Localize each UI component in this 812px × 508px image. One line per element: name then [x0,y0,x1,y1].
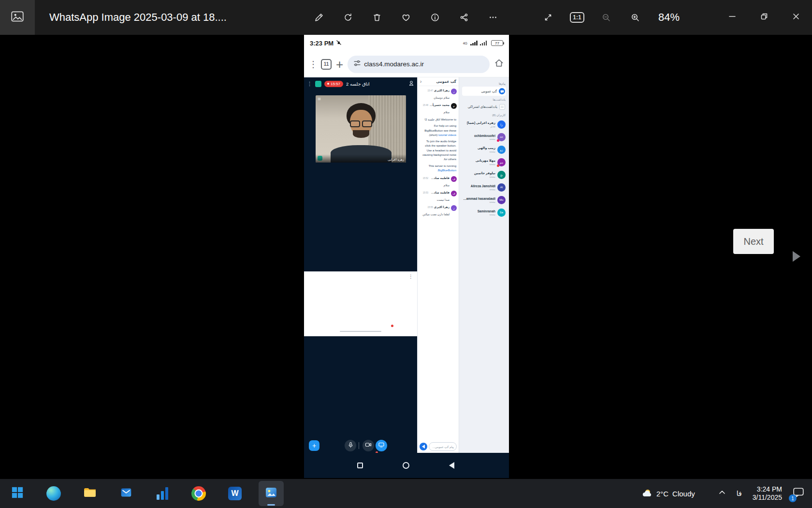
chat-message-area[interactable]: ز زهرا اکبری15:47 سلام دوستان م [418,86,459,440]
send-icon [422,445,425,448]
user-list-item[interactable]: Mo Mohammad hasanabadi بیننده [462,194,506,206]
meeting-options-icon[interactable]: ⋮ [307,81,312,87]
chrome-taskbar-icon[interactable] [186,481,211,506]
new-tab-button[interactable]: + [336,58,343,71]
user-list-item[interactable]: زو زینب والهی بیننده [462,143,506,156]
delete-button[interactable] [368,9,386,26]
home-button[interactable] [403,462,409,469]
user-list-item[interactable]: oc ochbmkvuofei بیننده [462,131,506,143]
taskbar-tray: 2°C Cloudy فا 3:24 PM 3/11/2025 1 [641,485,812,502]
photos-taskbar-icon[interactable] [259,481,284,506]
user-name: Alireza Jamshidi [471,184,495,188]
notification-center-button[interactable]: 1 [793,487,804,500]
user-list-item[interactable]: مم مهلا مهربانی بیننده [462,156,506,168]
edge-taskbar-icon[interactable] [41,481,66,506]
public-chat-item[interactable]: گپ عمومی [462,87,506,96]
edit-icon [314,13,324,22]
photos-icon [264,486,278,501]
more-button[interactable] [484,9,502,26]
webcam-video[interactable]: ⊞ زهره اعرابی [316,95,406,163]
talking-indicator-icon [408,79,414,88]
word-icon: W [228,487,242,500]
bar-chart-icon [157,487,168,500]
user-name: زهره اعرابی (شما) [467,121,495,125]
language-indicator[interactable]: فا [737,490,742,497]
windows-logo-icon [11,486,24,501]
favorite-button[interactable] [397,9,415,26]
image-title: WhatsApp Image 2025-03-09 at 18.... [49,0,227,35]
widgets-button[interactable]: 2°C Cloudy [641,487,695,500]
user-list-item[interactable]: نح نیلوفر حاتمین بیننده [462,168,506,181]
user-list-item[interactable]: Al Alireza Jamshidi بیننده [462,181,506,194]
chevron-left-icon[interactable]: ‹ [420,79,421,84]
start-button[interactable] [5,481,30,506]
welcome-audio-text: To join the audio bridge click the speak… [420,139,456,162]
outlook-taskbar-icon[interactable] [114,481,139,506]
close-button[interactable] [780,0,812,35]
message-text: سلام [444,111,450,114]
browser-menu-icon[interactable]: ⋮ [309,59,317,70]
zoom-out-button[interactable] [597,9,615,26]
user-role: بیننده [478,213,495,216]
message-author: فاطمه صادقی [429,176,450,179]
fullscreen-button[interactable] [539,9,557,26]
zoom-level: 84% [658,11,680,24]
rotate-icon [343,13,353,22]
tab-switcher[interactable]: 11 [321,59,332,70]
minimize-button[interactable] [716,0,748,35]
bbb-meeting: ⋮ 15:57 اتاق جلسه 2 [304,77,509,453]
user-avatar: زو [497,146,506,154]
recording-badge[interactable]: 15:57 [324,81,343,87]
bigbluebutton-link[interactable]: BigBlueButton. [437,169,456,172]
meeting-topbar: ⋮ 15:57 اتاق جلسه 2 [304,77,417,90]
photos-titlebar: WhatsApp Image 2025-03-09 at 18.... 1:1 … [0,0,812,35]
send-message-button[interactable] [420,443,427,450]
message-author: زهرا اکبری [434,205,450,209]
message-author: محمد حسن‌آبادی [429,103,450,106]
home-icon[interactable] [494,58,504,70]
person-beard [353,130,369,138]
file-explorer-taskbar-icon[interactable] [77,481,102,506]
browser-toolbar: ⋮ 11 + class4.modares.ac.ir [304,51,509,77]
photos-app-tile[interactable] [0,0,35,35]
tray-date: 3/11/2025 [753,493,782,502]
user-status-badge [497,164,499,167]
recents-button[interactable] [357,463,363,468]
tune-icon [353,60,361,69]
back-button[interactable] [449,462,454,469]
restore-button[interactable] [748,0,780,35]
minimize-icon [727,12,737,23]
user-role: مدیر [467,125,495,128]
photo-canvas: 3:23 PM 4G 77 ⋮ 11 + class4.modares.ac.i… [0,35,812,479]
screenshare-button[interactable] [376,440,387,451]
meeting-controls: + [304,439,417,454]
tray-chevron-button[interactable] [718,489,726,498]
next-tooltip[interactable]: Next [733,229,774,254]
actions-button[interactable]: + [309,440,319,451]
edit-button[interactable] [310,9,328,26]
share-button[interactable] [455,9,473,26]
chart-app-taskbar-icon[interactable] [150,481,175,506]
webcam-grid-icon: ⊞ [318,97,321,101]
user-list-item[interactable]: Sa Saminranah بیننده [462,206,506,219]
address-bar[interactable]: class4.modares.ac.ir [348,56,490,73]
chat-input[interactable]: پیام گپ عمومی... [429,442,457,451]
info-button[interactable] [426,9,444,26]
word-taskbar-icon[interactable]: W [222,481,247,506]
photos-toolbar [310,0,502,35]
zoom-in-button[interactable] [626,9,644,26]
person-glasses [350,120,372,127]
user-avatar: Mo [497,196,506,204]
shared-notes-item[interactable]: یادداشت‌های اشتراکی [462,103,506,111]
user-avatar: نح [497,171,506,179]
taskbar-clock[interactable]: 3:24 PM 3/11/2025 [753,485,782,502]
mute-button[interactable] [345,440,356,451]
message-time: 15:55 [427,206,433,209]
presentation-options-icon[interactable]: ⋮ [408,274,413,279]
rotate-button[interactable] [339,9,357,26]
actual-size-button[interactable]: 1:1 [568,9,586,26]
next-arrow-icon[interactable] [793,251,800,262]
message-time: 15:53 [423,192,428,194]
user-list-item[interactable]: زا زهره اعرابی (شما) مدیر [462,118,506,131]
camera-button[interactable] [362,440,374,451]
